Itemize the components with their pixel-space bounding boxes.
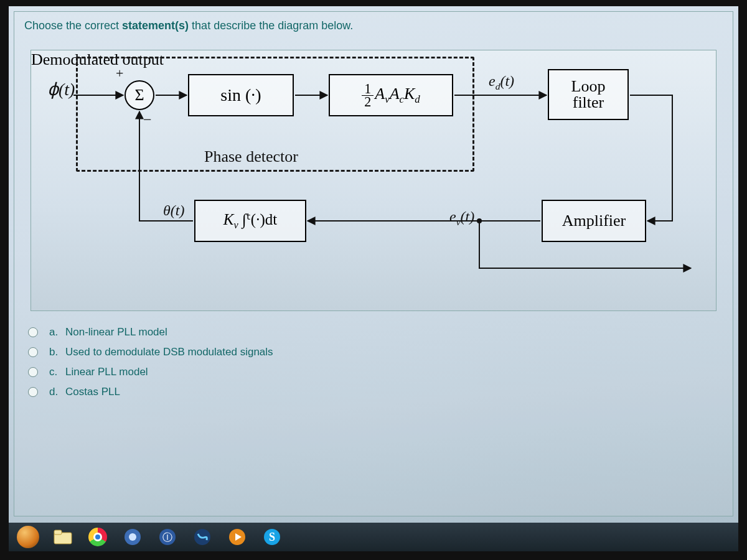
option-text: Used to demodulate DSB modulated signals bbox=[65, 346, 273, 358]
input-phi-label: ϕ(t) bbox=[47, 79, 75, 100]
radio-icon[interactable] bbox=[28, 367, 38, 377]
option-text: Non-linear PLL model bbox=[65, 326, 167, 338]
answer-options: a. Non-linear PLL model b. Used to demod… bbox=[28, 326, 723, 398]
option-letter: d. bbox=[49, 386, 65, 398]
app-icon[interactable]: Ⓘ bbox=[151, 525, 184, 549]
ev-label: ev(t) bbox=[449, 208, 474, 228]
explorer-icon[interactable] bbox=[46, 525, 80, 549]
app-icon[interactable] bbox=[186, 525, 219, 549]
question-suffix: that describe the diagram below. bbox=[189, 19, 353, 32]
question-prefix: Choose the correct bbox=[24, 19, 122, 32]
radio-icon[interactable] bbox=[28, 347, 38, 357]
gain-block: 12 AvAcKd bbox=[329, 74, 453, 116]
question-panel: Choose the correct statement(s) that des… bbox=[14, 11, 733, 516]
taskbar: Ⓘ S bbox=[9, 523, 738, 551]
media-icon[interactable] bbox=[220, 525, 254, 549]
app-icon[interactable] bbox=[116, 525, 149, 549]
skype-icon[interactable]: S bbox=[255, 525, 289, 549]
summing-junction: Σ bbox=[125, 80, 154, 110]
svg-text:S: S bbox=[269, 531, 275, 543]
pll-diagram: Phase detector ϕ(t) Σ + − sin (·) 12 AvA… bbox=[31, 50, 716, 311]
radio-icon[interactable] bbox=[28, 387, 38, 397]
theta-label: θ(t) bbox=[163, 202, 184, 219]
option-letter: a. bbox=[49, 326, 65, 338]
option-text: Costas PLL bbox=[65, 386, 120, 398]
option-b[interactable]: b. Used to demodulate DSB modulated sign… bbox=[28, 346, 723, 358]
question-text: Choose the correct statement(s) that des… bbox=[24, 19, 723, 32]
svg-point-9 bbox=[129, 533, 136, 541]
summer-minus: − bbox=[143, 111, 152, 128]
option-d[interactable]: d. Costas PLL bbox=[28, 386, 723, 398]
option-text: Linear PLL model bbox=[65, 366, 148, 378]
vco-block: Kv ∫ᵗ(·)dt bbox=[194, 200, 306, 242]
loop-filter-block: Loop filter bbox=[548, 69, 629, 120]
question-bold: statement(s) bbox=[122, 19, 189, 32]
svg-rect-7 bbox=[54, 530, 62, 534]
radio-icon[interactable] bbox=[28, 327, 38, 337]
option-letter: b. bbox=[49, 346, 65, 358]
phase-detector-label: Phase detector bbox=[204, 147, 298, 166]
option-a[interactable]: a. Non-linear PLL model bbox=[28, 326, 723, 338]
option-c[interactable]: c. Linear PLL model bbox=[28, 366, 723, 378]
sin-block: sin (·) bbox=[188, 74, 294, 116]
amplifier-block: Amplifier bbox=[542, 200, 646, 242]
chrome-icon[interactable] bbox=[81, 525, 115, 549]
summer-plus: + bbox=[116, 65, 123, 82]
ed-label: ed(t) bbox=[489, 73, 514, 92]
svg-text:Ⓘ: Ⓘ bbox=[162, 532, 172, 543]
firefox-icon[interactable] bbox=[11, 525, 45, 549]
option-letter: c. bbox=[49, 366, 65, 378]
